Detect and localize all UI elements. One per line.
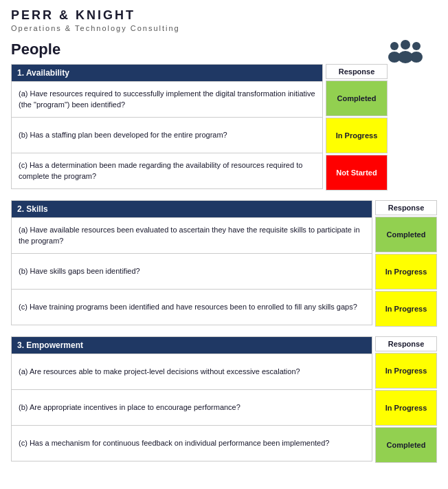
question-text-s1: (a) Have available resources been evalua… — [19, 225, 365, 246]
status-cell-e3: Completed — [375, 427, 437, 463]
section-right-empowerment: ResponseIn ProgressIn ProgressCompleted — [375, 336, 437, 464]
question-row-a1: (a) Have resources required to successfu… — [12, 81, 322, 117]
question-text-a1: (a) Have resources required to successfu… — [19, 89, 315, 110]
svg-point-5 — [398, 51, 413, 63]
question-text-a3: (c) Has a determination been made regard… — [19, 160, 315, 182]
question-row-a2: (b) Has a staffing plan been developed f… — [12, 117, 322, 153]
question-row-a3: (c) Has a determination been made regard… — [12, 153, 322, 188]
section-right-skills: ResponseCompletedIn ProgressIn Progress — [375, 200, 437, 328]
status-cell-s3: In Progress — [375, 291, 437, 327]
section-skills: 2. Skills(a) Have available resources be… — [11, 200, 437, 328]
logo-title: PERR & KNIGHT — [11, 8, 437, 23]
section-header-skills: 2. Skills — [12, 201, 372, 217]
svg-point-2 — [412, 42, 421, 50]
question-row-s2: (b) Have skills gaps been identified? — [12, 253, 372, 289]
status-cell-s2: In Progress — [375, 254, 437, 290]
svg-point-0 — [390, 42, 399, 50]
status-cell-a1: Completed — [326, 80, 388, 116]
status-cell-s1: Completed — [375, 217, 437, 252]
response-header-skills: Response — [375, 200, 437, 215]
page-title: People — [11, 41, 437, 58]
section-availability: 1. Availability(a) Have resources requir… — [11, 64, 388, 192]
question-row-e2: (b) Are appropriate incentives in place … — [12, 389, 372, 425]
question-text-a2: (b) Has a staffing plan been developed f… — [19, 130, 227, 140]
question-row-e3: (c) Has a mechanism for continuous feedb… — [12, 425, 372, 461]
question-text-s2: (b) Have skills gaps been identified? — [19, 266, 140, 276]
question-text-e1: (a) Are resources able to make project-l… — [19, 367, 300, 377]
section-header-availability: 1. Availability — [12, 65, 322, 81]
status-cell-e2: In Progress — [375, 390, 437, 426]
question-row-s1: (a) Have available resources been evalua… — [12, 217, 372, 253]
logo-subtitle: Operations & Technology Consulting — [11, 24, 437, 32]
status-cell-e1: In Progress — [375, 353, 437, 389]
section-left-empowerment: 3. Empowerment(a) Are resources able to … — [11, 336, 372, 461]
response-header-empowerment: Response — [375, 336, 437, 351]
status-cell-a2: In Progress — [326, 118, 388, 153]
section-left-availability: 1. Availability(a) Have resources requir… — [11, 64, 323, 189]
question-text-e2: (b) Are appropriate incentives in place … — [19, 402, 240, 413]
people-icon — [388, 39, 423, 69]
question-row-s3: (c) Have training programs been identifi… — [12, 289, 372, 325]
section-left-skills: 2. Skills(a) Have available resources be… — [11, 200, 372, 325]
status-cell-a3: Not Started — [326, 155, 388, 191]
svg-point-4 — [401, 40, 410, 50]
section-right-availability: ResponseCompletedIn ProgressNot Started — [326, 64, 388, 192]
question-text-s3: (c) Have training programs been identifi… — [19, 302, 357, 312]
question-row-e1: (a) Are resources able to make project-l… — [12, 354, 372, 389]
response-header-availability: Response — [326, 64, 388, 79]
section-empowerment: 3. Empowerment(a) Are resources able to … — [11, 336, 437, 464]
question-text-e3: (c) Has a mechanism for continuous feedb… — [19, 438, 329, 448]
section-header-empowerment: 3. Empowerment — [12, 337, 372, 354]
